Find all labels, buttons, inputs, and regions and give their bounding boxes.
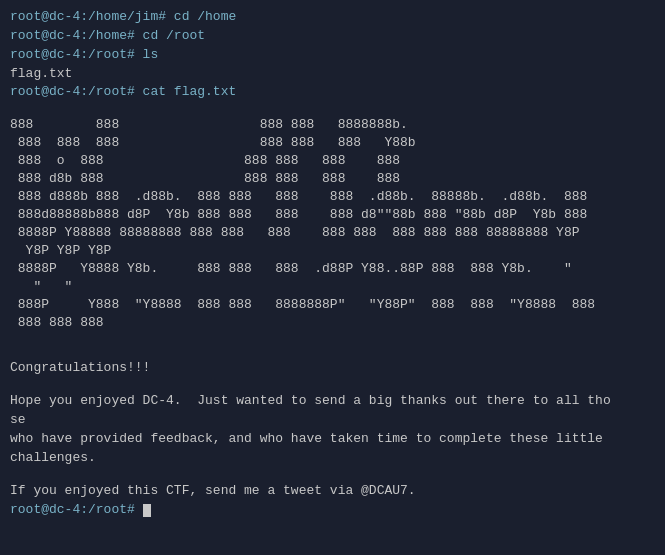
prompt-3: root@dc-4:/root# ls [10,47,158,62]
congrats-line: Congratulations!!! [10,359,655,378]
prompt-final: root@dc-4:/root# [10,502,143,517]
thanks-line-3: who have provided feedback, and who have… [10,430,655,449]
terminal-window: root@dc-4:/home/jim# cd /home root@dc-4:… [0,0,665,555]
spacer-1 [10,102,655,116]
thanks-line-2: se [10,411,655,430]
spacer-3 [10,345,655,359]
ascii-art-block: 888 888 888 888 8888888b. 888 888 888 88… [10,116,655,331]
prompt-4: root@dc-4:/root# cat flag.txt [10,84,236,99]
cmd-line-4: root@dc-4:/root# cat flag.txt [10,83,655,102]
thanks-line-1: Hope you enjoyed DC-4. Just wanted to se… [10,392,655,411]
spacer-4 [10,378,655,392]
cursor-blink [143,504,151,517]
final-prompt[interactable]: root@dc-4:/root# [10,501,655,520]
spacer-5 [10,468,655,482]
tweet-line: If you enjoyed this CTF, send me a tweet… [10,482,655,501]
prompt-2: root@dc-4:/home# cd /root [10,28,205,43]
spacer-2 [10,331,655,345]
thanks-line-4: challenges. [10,449,655,468]
ls-output: flag.txt [10,65,655,84]
prompt-1: root@dc-4:/home/jim# cd /home [10,9,236,24]
cmd-line-2: root@dc-4:/home# cd /root [10,27,655,46]
cmd-line-3: root@dc-4:/root# ls [10,46,655,65]
cmd-line-1: root@dc-4:/home/jim# cd /home [10,8,655,27]
